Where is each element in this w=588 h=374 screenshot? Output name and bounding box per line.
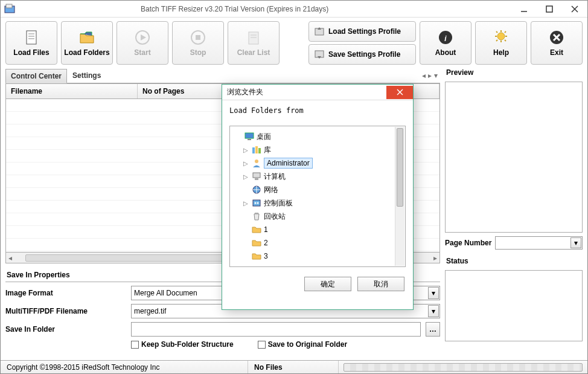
scroll-left-icon[interactable]: ◂ xyxy=(6,254,14,262)
tree-item-folder-1[interactable]: 1 xyxy=(232,223,403,236)
expand-icon[interactable]: ▷ xyxy=(243,147,249,153)
svg-line-29 xyxy=(505,31,506,33)
help-button[interactable]: Help xyxy=(475,21,527,65)
scroll-right-icon[interactable]: ▸ xyxy=(431,254,439,262)
computer-icon xyxy=(252,172,261,181)
chevron-down-icon[interactable]: ▾ xyxy=(428,305,439,317)
load-settings-profile-button[interactable]: Load Settings Profile xyxy=(308,21,416,42)
expand-icon[interactable]: ▷ xyxy=(243,160,249,167)
expand-icon[interactable]: ▷ xyxy=(243,200,249,207)
tabs-prev-icon[interactable]: ◂ xyxy=(422,71,426,80)
svg-rect-37 xyxy=(245,133,254,138)
profile-load-icon xyxy=(314,26,325,37)
save-folder-input[interactable] xyxy=(131,322,421,337)
close-button[interactable] xyxy=(562,1,587,17)
tree-item-folder-3[interactable]: 3 xyxy=(232,250,403,263)
page-number-label: Page Number xyxy=(445,239,491,247)
dialog-cancel-button[interactable]: 取消 xyxy=(357,277,404,291)
load-folders-button[interactable]: Load Folders xyxy=(61,21,113,65)
page-number-combo[interactable]: ▾ xyxy=(495,236,583,250)
load-files-button[interactable]: Load Files xyxy=(5,21,57,65)
tab-control-center[interactable]: Control Center xyxy=(5,69,67,83)
tree-item-computer[interactable]: ▷ 计算机 xyxy=(232,170,403,183)
folder-icon xyxy=(252,225,261,234)
window-title: Batch TIFF Resizer v3.20 Trial Version (… xyxy=(20,5,328,13)
folder-tree[interactable]: 桌面 ▷ 库 ▷ Administrator ▷ 计算机 网络 ▷ 控制面板 xyxy=(229,126,406,267)
dialog-title: 浏览文件夹 xyxy=(227,87,263,97)
expand-icon[interactable]: ▷ xyxy=(243,173,249,180)
info-icon: i xyxy=(437,29,454,46)
tabs: Control Center Settings ◂ ▸ ▾ xyxy=(5,68,440,83)
svg-line-31 xyxy=(505,40,506,41)
preview-header: Preview xyxy=(445,68,583,78)
col-filename[interactable]: Filename xyxy=(6,84,138,98)
status-header: Status xyxy=(445,257,583,266)
maximize-button[interactable] xyxy=(537,1,562,17)
file-count-text: No Files xyxy=(248,361,339,373)
tree-item-folder-2[interactable]: 2 xyxy=(232,236,403,250)
dialog-close-button[interactable] xyxy=(386,86,413,99)
start-button[interactable]: Start xyxy=(117,21,168,65)
clear-icon xyxy=(245,29,262,46)
main-toolbar: Load Files Load Folders Start Stop Clear… xyxy=(1,18,587,68)
svg-rect-46 xyxy=(253,200,260,206)
tree-item-desktop[interactable]: 桌面 xyxy=(232,130,403,143)
svg-point-47 xyxy=(255,202,257,204)
recycle-icon xyxy=(252,211,261,221)
file-icon xyxy=(23,29,40,46)
tree-item-network[interactable]: 网络 xyxy=(232,183,403,196)
keep-subfolder-checkbox[interactable]: Keep Sub-Folder Structure xyxy=(131,340,234,349)
image-format-label: Image Format xyxy=(5,289,126,297)
svg-rect-39 xyxy=(252,147,255,153)
dialog-titlebar[interactable]: 浏览文件夹 xyxy=(222,85,413,100)
svg-rect-40 xyxy=(255,146,258,153)
svg-rect-14 xyxy=(249,32,258,44)
tabs-dropdown-icon[interactable]: ▾ xyxy=(434,71,438,80)
save-folder-label: Save In Folder xyxy=(5,325,126,334)
minimize-button[interactable] xyxy=(511,1,537,17)
stop-button[interactable]: Stop xyxy=(172,21,224,65)
stop-icon xyxy=(190,29,206,46)
svg-rect-43 xyxy=(253,173,260,178)
tree-item-recycle[interactable]: 回收站 xyxy=(232,210,403,223)
copyright-text: Copyright ©1998-2015 iRedSoft Technology… xyxy=(1,361,248,373)
svg-rect-1 xyxy=(6,4,12,8)
save-original-checkbox[interactable]: Save to Original Folder xyxy=(258,340,347,349)
exit-button[interactable]: Exit xyxy=(531,21,583,65)
tabs-next-icon[interactable]: ▸ xyxy=(428,71,432,80)
svg-point-48 xyxy=(257,202,259,204)
svg-rect-44 xyxy=(255,178,258,180)
svg-point-23 xyxy=(497,33,505,40)
tree-item-library[interactable]: ▷ 库 xyxy=(232,143,403,156)
browse-folder-dialog: 浏览文件夹 Load Folders from 桌面 ▷ 库 ▷ Adminis… xyxy=(222,84,414,310)
tree-vscrollbar[interactable] xyxy=(395,127,404,266)
titlebar: Batch TIFF Resizer v3.20 Trial Version (… xyxy=(1,1,587,18)
network-icon xyxy=(252,185,261,195)
dialog-subtitle: Load Folders from xyxy=(222,100,413,115)
svg-rect-13 xyxy=(196,35,200,40)
svg-point-42 xyxy=(255,160,258,163)
clear-list-button[interactable]: Clear List xyxy=(228,21,280,65)
chevron-down-icon[interactable]: ▾ xyxy=(428,287,439,299)
exit-icon xyxy=(548,29,565,46)
browse-folder-button[interactable]: … xyxy=(426,322,440,337)
status-pane xyxy=(445,270,583,341)
dialog-ok-button[interactable]: 确定 xyxy=(304,277,351,291)
svg-rect-49 xyxy=(255,213,258,214)
svg-rect-41 xyxy=(258,148,261,153)
tree-item-administrator[interactable]: ▷ Administrator xyxy=(232,156,403,170)
profile-save-icon xyxy=(314,49,325,60)
user-icon xyxy=(252,158,261,168)
chevron-down-icon[interactable]: ▾ xyxy=(570,237,581,248)
multitiff-filename-label: MultiTIFF/PDF Filename xyxy=(5,307,126,315)
svg-rect-38 xyxy=(248,139,251,140)
preview-pane xyxy=(445,82,583,233)
scroll-thumb[interactable] xyxy=(25,254,225,262)
about-button[interactable]: i About xyxy=(420,21,471,65)
tree-item-control-panel[interactable]: ▷ 控制面板 xyxy=(232,196,403,210)
help-icon xyxy=(493,29,510,46)
tab-settings[interactable]: Settings xyxy=(67,68,106,83)
save-settings-profile-button[interactable]: Save Settings Profile xyxy=(308,44,416,65)
library-icon xyxy=(252,145,261,155)
svg-rect-3 xyxy=(546,6,552,12)
